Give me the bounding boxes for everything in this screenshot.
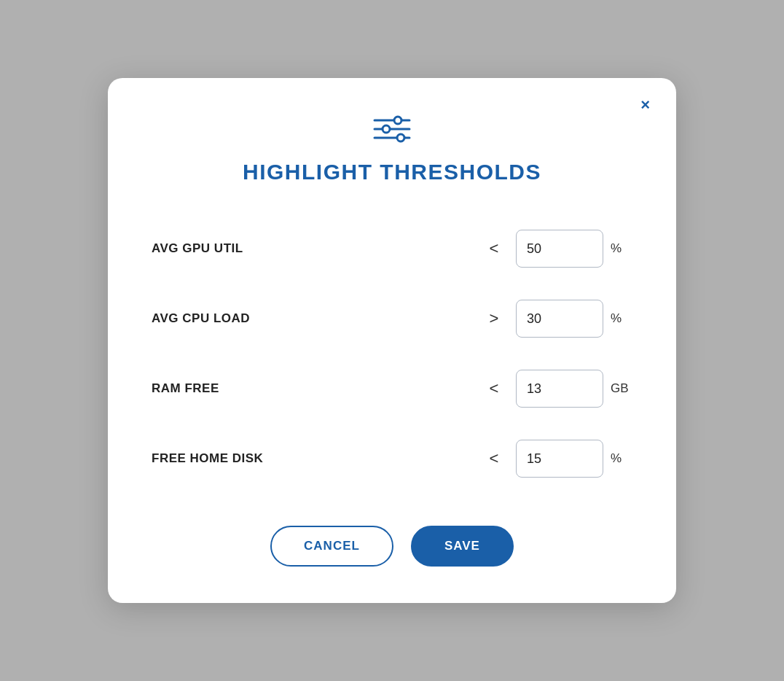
threshold-unit-avg-cpu-load: % [611,311,632,326]
threshold-label-ram-free: RAM FREE [152,381,485,396]
threshold-operator-avg-cpu-load: > [485,309,503,328]
threshold-row-avg-gpu-util: AVG GPU UTIL<% [152,214,632,284]
threshold-label-avg-gpu-util: AVG GPU UTIL [152,241,485,256]
save-button[interactable]: SAVE [411,526,514,567]
threshold-row-ram-free: RAM FREE<GB [152,354,632,424]
close-button[interactable]: × [635,94,656,116]
threshold-operator-avg-gpu-util: < [485,239,503,258]
modal-title: HIGHLIGHT THRESHOLDS [243,160,541,184]
svg-point-5 [397,134,404,141]
backdrop: × HIGHLIGHT THRESHOLDS AVG GPU UTIL<%AVG… [0,0,784,681]
threshold-label-avg-cpu-load: AVG CPU LOAD [152,311,485,326]
threshold-input-avg-gpu-util[interactable] [516,230,603,268]
threshold-input-free-home-disk[interactable] [516,440,603,478]
threshold-row-free-home-disk: FREE HOME DISK<% [152,424,632,494]
cancel-button[interactable]: CANCEL [270,526,393,567]
sliders-icon [372,114,412,147]
svg-point-1 [394,117,401,124]
thresholds-form: AVG GPU UTIL<%AVG CPU LOAD>%RAM FREE<GBF… [152,214,632,494]
threshold-unit-free-home-disk: % [611,451,632,466]
svg-point-3 [383,125,390,133]
modal-dialog: × HIGHLIGHT THRESHOLDS AVG GPU UTIL<%AVG… [108,78,676,603]
threshold-input-ram-free[interactable] [516,370,603,408]
threshold-operator-free-home-disk: < [485,449,503,468]
threshold-label-free-home-disk: FREE HOME DISK [152,451,485,466]
threshold-row-avg-cpu-load: AVG CPU LOAD>% [152,284,632,354]
button-row: CANCEL SAVE [270,526,514,567]
threshold-unit-ram-free: GB [611,381,632,396]
threshold-unit-avg-gpu-util: % [611,241,632,256]
threshold-operator-ram-free: < [485,379,503,398]
threshold-input-avg-cpu-load[interactable] [516,300,603,338]
close-icon: × [640,96,650,114]
